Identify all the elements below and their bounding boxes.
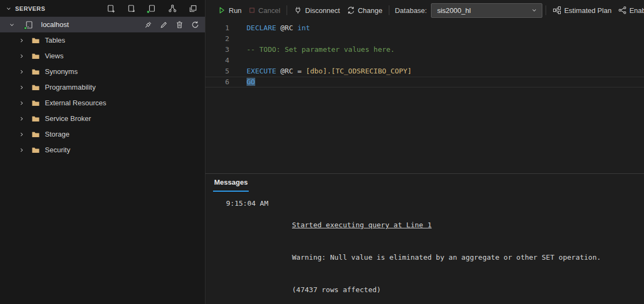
sql-editor[interactable]: 1 DECLARE @RC int 2 3 -- TODO: Set param…	[205, 21, 644, 173]
folder-icon	[31, 67, 40, 76]
sql-keyword: int	[297, 24, 310, 32]
code-line-1[interactable]: 1 DECLARE @RC int	[205, 23, 644, 33]
code-line-6[interactable]: 6 GO	[205, 77, 644, 87]
tree-item-storage[interactable]: Storage	[0, 126, 205, 142]
sql-keyword: EXECUTE	[247, 67, 276, 75]
message-line: Warning: Null value is eliminated by an …	[292, 252, 601, 263]
change-connection-button[interactable]: Change	[343, 3, 386, 17]
refresh-icon[interactable]	[191, 21, 200, 29]
message-lines: Started executing query at Line 1 Warnin…	[292, 198, 601, 304]
tree-item-external-resources[interactable]: External Resources	[0, 95, 205, 111]
message-timestamp: 9:15:04 AM	[226, 198, 292, 304]
code-text[interactable]: -- TODO: Set parameter values here.	[247, 44, 395, 55]
edit-connection-icon[interactable]	[160, 21, 168, 29]
results-panel: Messages 9:15:04 AM Started executing qu…	[205, 173, 644, 304]
sql-text: @RC	[276, 24, 297, 32]
server-actions	[144, 21, 200, 29]
line-number: 3	[205, 44, 229, 55]
folder-icon	[31, 114, 40, 123]
delete-connection-icon[interactable]	[175, 21, 184, 29]
folder-icon	[31, 130, 40, 139]
folder-icon	[31, 52, 40, 60]
enable-label: Enabl	[629, 6, 644, 15]
app-window: SERVERS	[0, 0, 644, 304]
folder-icon	[31, 83, 40, 92]
sql-identifier: [dbo].[TC_ODSRECIBO_COPY]	[306, 67, 412, 75]
object-explorer-tree: Tables Views Synonyms Programmability Ex	[0, 32, 205, 158]
collapse-all-icon[interactable]	[189, 4, 197, 13]
server-groups-icon[interactable]	[168, 4, 177, 13]
tree-item-label: Synonyms	[45, 67, 78, 76]
cancel-icon	[248, 6, 256, 14]
plug-icon	[294, 6, 302, 15]
disconnect-button[interactable]: Disconnect	[290, 3, 343, 17]
tree-item-label: Programmability	[45, 83, 96, 91]
run-button[interactable]: Run	[214, 3, 245, 17]
code-line-3[interactable]: 3 -- TODO: Set parameter values here.	[205, 44, 644, 55]
code-text[interactable]: DECLARE @RC int	[247, 23, 310, 33]
line-number: 2	[205, 33, 229, 44]
sql-comment: -- TODO: Set parameter values here.	[247, 45, 395, 53]
line-number: 4	[205, 55, 229, 66]
new-server-group-icon[interactable]	[127, 4, 136, 13]
server-label: localhost	[41, 21, 69, 29]
line-number: 5	[205, 66, 229, 77]
servers-title: SERVERS	[15, 5, 45, 12]
chevron-right-icon[interactable]	[18, 37, 25, 44]
toolbar-separator	[389, 5, 389, 15]
tree-item-synonyms[interactable]: Synonyms	[0, 64, 205, 79]
change-label: Change	[358, 6, 383, 15]
tree-item-service-broker[interactable]: Service Broker	[0, 111, 205, 126]
tree-item-views[interactable]: Views	[0, 48, 205, 64]
folder-icon	[31, 99, 40, 107]
chevron-down-icon	[531, 7, 537, 13]
enable-button[interactable]: Enabl	[615, 3, 644, 17]
chevron-down-icon[interactable]	[5, 5, 12, 12]
server-icon	[25, 21, 34, 29]
server-node-localhost[interactable]: localhost	[0, 17, 205, 32]
sql-text: @RC =	[276, 67, 306, 75]
code-text[interactable]: GO	[247, 77, 255, 87]
chevron-right-icon[interactable]	[18, 147, 25, 153]
active-connections-icon[interactable]	[148, 4, 156, 13]
chevron-right-icon[interactable]	[18, 131, 25, 138]
messages-body: 9:15:04 AM Started executing query at Li…	[205, 192, 644, 304]
code-line-5[interactable]: 5 EXECUTE @RC = [dbo].[TC_ODSRECIBO_COPY…	[205, 66, 644, 77]
estimated-plan-button[interactable]: Estimated Plan	[549, 3, 614, 17]
run-label: Run	[229, 6, 242, 15]
tree-item-label: Storage	[45, 130, 70, 138]
message-link[interactable]: Started executing query at Line 1	[292, 220, 601, 231]
tree-item-programmability[interactable]: Programmability	[0, 79, 205, 95]
cancel-button[interactable]: Cancel	[245, 3, 283, 17]
run-icon	[217, 6, 226, 15]
disconnect-icon[interactable]	[144, 21, 152, 29]
chevron-right-icon[interactable]	[18, 69, 25, 75]
query-editor-area: Run Cancel Disconnect Change Database: s…	[205, 0, 644, 304]
message-line: (47437 rows affected)	[292, 285, 601, 295]
database-dropdown[interactable]: sis2000_hl	[431, 3, 542, 18]
cancel-label: Cancel	[258, 6, 280, 15]
servers-toolbar	[107, 4, 197, 13]
line-number: 6	[205, 77, 229, 87]
sql-keyword: DECLARE	[247, 24, 276, 32]
code-text[interactable]: EXECUTE @RC = [dbo].[TC_ODSRECIBO_COPY]	[247, 66, 411, 77]
tab-messages[interactable]: Messages	[213, 178, 249, 192]
estimated-plan-label: Estimated Plan	[564, 6, 611, 15]
sql-keyword-selected: GO	[247, 78, 255, 86]
chevron-right-icon[interactable]	[18, 100, 25, 106]
chevron-right-icon[interactable]	[18, 53, 25, 59]
connected-status-dot	[24, 26, 27, 30]
chevron-right-icon[interactable]	[18, 84, 25, 91]
chevron-right-icon[interactable]	[18, 116, 25, 122]
tree-item-label: Tables	[45, 36, 65, 44]
code-line-2[interactable]: 2	[205, 33, 644, 44]
tree-item-label: External Resources	[45, 99, 106, 107]
servers-sidebar: SERVERS	[0, 0, 205, 304]
line-number: 1	[205, 23, 229, 33]
tree-item-tables[interactable]: Tables	[0, 32, 205, 48]
chevron-down-icon[interactable]	[9, 22, 15, 28]
new-connection-icon[interactable]	[107, 4, 115, 13]
tree-item-security[interactable]: Security	[0, 142, 205, 158]
tree-item-label: Service Broker	[45, 114, 91, 123]
code-line-4[interactable]: 4	[205, 55, 644, 66]
